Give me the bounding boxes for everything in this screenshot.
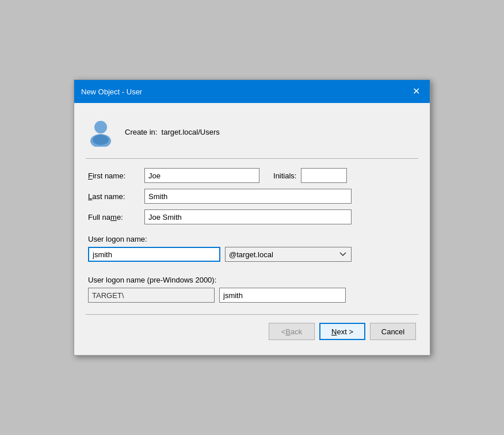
domain-select[interactable]: @target.local: [225, 247, 352, 262]
pre-windows-input-row: [88, 288, 416, 303]
create-in-label: Create in: target.local/Users: [125, 128, 220, 136]
pre-windows-domain-input[interactable]: [88, 288, 215, 303]
first-name-row: First name: Initials:: [88, 168, 416, 183]
close-button[interactable]: ✕: [409, 85, 423, 98]
user-avatar-icon: [86, 117, 116, 147]
header-divider: [86, 158, 418, 159]
bottom-divider: [86, 314, 418, 315]
pre-windows-label: User logon name (pre-Windows 2000):: [88, 276, 416, 284]
header-section: Create in: target.local/Users: [86, 112, 418, 156]
dialog-body: Create in: target.local/Users First name…: [74, 103, 430, 355]
next-button[interactable]: Next >: [319, 323, 365, 340]
full-name-input[interactable]: [144, 209, 352, 224]
title-bar: New Object - User ✕: [74, 80, 430, 103]
logon-name-label: User logon name:: [88, 235, 147, 243]
full-name-label: Full name:: [88, 213, 140, 222]
pre-windows-section: User logon name (pre-Windows 2000):: [88, 276, 416, 303]
new-object-user-dialog: New Object - User ✕ Create in: target.lo…: [74, 79, 430, 356]
logon-name-section: User logon name: @target.local: [88, 235, 416, 262]
first-name-input[interactable]: [144, 168, 259, 183]
logon-name-input[interactable]: [88, 247, 220, 262]
pre-windows-username-input[interactable]: [219, 288, 346, 303]
button-row: < Back Next > Cancel: [86, 323, 418, 346]
cancel-button[interactable]: Cancel: [370, 323, 416, 340]
form-section: First name: Initials: Last name: Full na…: [86, 168, 418, 303]
back-button[interactable]: < Back: [269, 323, 315, 340]
create-in-section: Create in: target.local/Users: [125, 128, 220, 136]
logon-input-row: @target.local: [88, 247, 416, 262]
last-name-row: Last name:: [88, 189, 416, 204]
create-in-value: target.local/Users: [162, 128, 220, 136]
dialog-title: New Object - User: [81, 87, 142, 96]
svg-point-2: [93, 135, 109, 145]
initials-input[interactable]: [301, 168, 347, 183]
svg-point-0: [94, 121, 107, 133]
initials-label: Initials:: [273, 171, 296, 180]
last-name-label: Last name:: [88, 192, 140, 201]
logon-name-label-row: User logon name:: [88, 235, 416, 243]
full-name-row: Full name:: [88, 209, 416, 224]
first-name-label: First name:: [88, 171, 140, 180]
last-name-input[interactable]: [144, 189, 352, 204]
